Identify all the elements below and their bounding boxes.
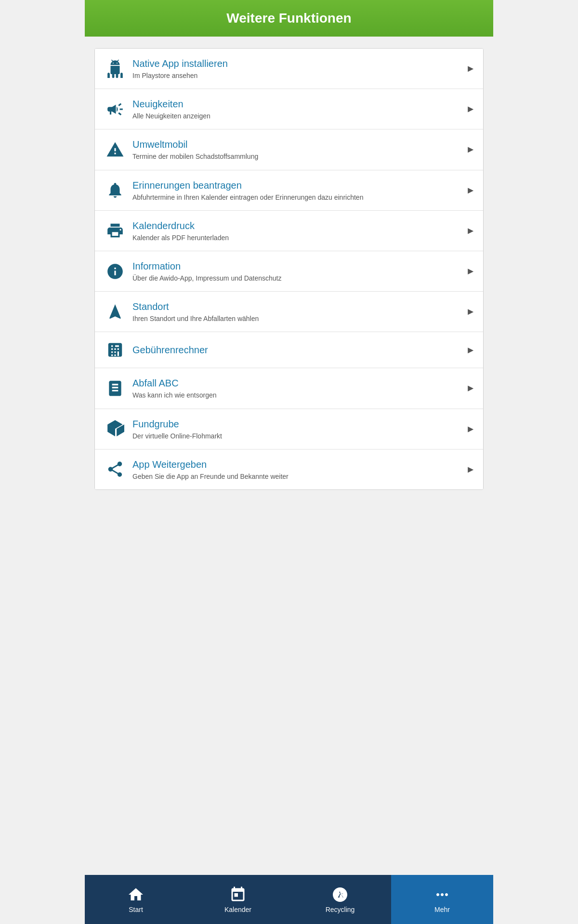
nav-item-mehr[interactable]: Mehr [391,875,493,924]
menu-item-standort[interactable]: Standort Ihren Standort und Ihre Abfalla… [95,292,483,332]
chevron-right-icon: ► [466,266,475,277]
menu-item-text: Neuigkeiten Alle Neuigkeiten anzeigen [128,98,461,120]
main-content: Native App installieren Im Playstore ans… [85,37,493,875]
menu-item-erinnerungen[interactable]: Erinnerungen beantragen Abfuhrtermine in… [95,170,483,211]
chevron-right-icon: ► [466,225,475,236]
menu-item-title: Abfall ABC [132,377,461,389]
chevron-right-icon: ► [466,306,475,317]
nav-item-start[interactable]: Start [85,875,187,924]
warning-icon [103,141,128,159]
menu-item-neuigkeiten[interactable]: Neuigkeiten Alle Neuigkeiten anzeigen ► [95,89,483,129]
chevron-right-icon: ► [466,103,475,115]
menu-item-subtitle: Alle Neuigkeiten anzeigen [132,112,461,120]
app-header: Weitere Funktionen [85,0,493,37]
menu-item-gebuehrenrechner[interactable]: Gebührenrechner ► [95,332,483,368]
nav-item-label-mehr: Mehr [434,906,450,913]
nav-item-label-kalender: Kalender [224,906,251,913]
nav-item-kalender[interactable]: Kalender [187,875,289,924]
boxes-icon [103,420,128,438]
menu-item-text: Abfall ABC Was kann ich wie entsorgen [128,377,461,399]
menu-item-title: Native App installieren [132,57,461,70]
menu-item-text: Information Über die Awido-App, Impressu… [128,260,461,282]
chevron-right-icon: ► [466,144,475,155]
menu-item-native-app[interactable]: Native App installieren Im Playstore ans… [95,49,483,89]
menu-item-subtitle: Abfuhrtermine in Ihren Kalender eintrage… [132,193,461,202]
menu-item-title: Standort [132,300,461,313]
menu-item-text: Standort Ihren Standort und Ihre Abfalla… [128,300,461,323]
android-icon [103,60,128,78]
calculator-icon [103,341,128,359]
menu-item-text: Erinnerungen beantragen Abfuhrtermine in… [128,179,461,202]
menu-item-subtitle: Was kann ich wie entsorgen [132,391,461,399]
info-icon [103,262,128,281]
menu-item-text: Umweltmobil Termine der mobilen Schadsto… [128,138,461,161]
menu-item-umweltmobil[interactable]: Umweltmobil Termine der mobilen Schadsto… [95,129,483,170]
book-icon [103,379,128,398]
menu-item-abfall-abc[interactable]: Abfall ABC Was kann ich wie entsorgen ► [95,368,483,409]
menu-item-subtitle: Termine der mobilen Schadstoffsammlung [132,152,461,161]
menu-item-title: Gebührenrechner [132,344,461,356]
printer-icon [103,221,128,240]
menu-item-text: Fundgrube Der virtuelle Online-Flohmarkt [128,418,461,440]
menu-item-subtitle: Im Playstore ansehen [132,71,461,80]
menu-item-subtitle: Kalender als PDF herunterladen [132,233,461,242]
menu-item-title: App Weitergeben [132,458,461,471]
menu-item-text: App Weitergeben Geben Sie die App an Fre… [128,458,461,481]
menu-item-kalenderdruck[interactable]: Kalenderdruck Kalender als PDF herunterl… [95,211,483,251]
chevron-right-icon: ► [466,185,475,196]
menu-item-fundgrube[interactable]: Fundgrube Der virtuelle Online-Flohmarkt… [95,409,483,449]
chevron-right-icon: ► [466,424,475,435]
menu-item-title: Umweltmobil [132,138,461,151]
chevron-right-icon: ► [466,464,475,475]
megaphone-icon [103,100,128,118]
menu-item-text: Kalenderdruck Kalender als PDF herunterl… [128,219,461,242]
bell-icon [103,181,128,199]
menu-card: Native App installieren Im Playstore ans… [94,48,484,490]
menu-item-information[interactable]: Information Über die Awido-App, Impressu… [95,251,483,292]
menu-item-title: Neuigkeiten [132,98,461,110]
chevron-right-icon: ► [466,345,475,356]
menu-item-subtitle: Über die Awido-App, Impressum und Datens… [132,274,461,282]
nav-item-label-start: Start [129,906,143,913]
menu-item-app-weitergeben[interactable]: App Weitergeben Geben Sie die App an Fre… [95,449,483,489]
menu-item-text: Native App installieren Im Playstore ans… [128,57,461,80]
share-icon [103,460,128,478]
chevron-right-icon: ► [466,63,475,74]
bottom-nav: Start Kalender Recycling Mehr [85,875,493,924]
header-title: Weitere Funktionen [226,11,351,26]
menu-item-subtitle: Geben Sie die App an Freunde und Bekannt… [132,472,461,481]
menu-item-title: Kalenderdruck [132,219,461,232]
menu-item-text: Gebührenrechner [128,344,461,356]
menu-item-title: Fundgrube [132,418,461,430]
nav-item-recycling[interactable]: Recycling [289,875,391,924]
location-icon [103,303,128,321]
nav-item-label-recycling: Recycling [326,906,355,913]
menu-item-title: Information [132,260,461,272]
menu-item-subtitle: Ihren Standort und Ihre Abfallarten wähl… [132,314,461,323]
menu-item-subtitle: Der virtuelle Online-Flohmarkt [132,432,461,440]
menu-item-title: Erinnerungen beantragen [132,179,461,192]
chevron-right-icon: ► [466,383,475,394]
